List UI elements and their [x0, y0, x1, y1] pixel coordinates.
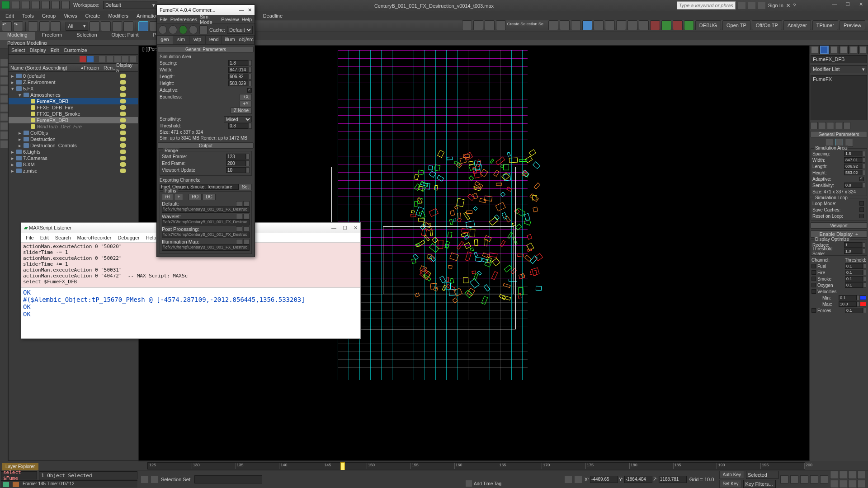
listener-close-icon[interactable]: ✕ — [354, 225, 358, 231]
start-frame-input[interactable]: 123 — [226, 154, 246, 160]
nav-zoom-all-icon[interactable] — [839, 471, 847, 479]
display-tab[interactable] — [849, 45, 859, 54]
modifier-list-dropdown[interactable]: Modifier List▾ — [811, 65, 867, 73]
listener-minimize-icon[interactable]: — — [331, 225, 336, 231]
render-button[interactable] — [650, 20, 660, 30]
menu-views[interactable]: Views — [61, 13, 80, 19]
threshold-input[interactable]: 0.8 — [228, 123, 248, 129]
set-button[interactable]: Set — [239, 184, 252, 190]
preview-button[interactable]: Preview — [840, 20, 865, 30]
path-post-clear-icon[interactable] — [243, 226, 250, 232]
add-time-tag[interactable]: Add Time Tag — [474, 481, 501, 486]
mirror-button[interactable] — [548, 20, 558, 30]
tab-rend[interactable]: rend — [206, 36, 222, 44]
tab-modeling[interactable]: Modeling — [0, 32, 35, 40]
sel-lock-icon[interactable] — [151, 476, 158, 483]
filter-shape-icon[interactable] — [0, 77, 8, 84]
minimize-icon[interactable]: — — [832, 1, 838, 8]
tree-row[interactable]: ▸ColObjs — [9, 130, 138, 136]
threshold-spinner[interactable] — [248, 123, 252, 129]
autokey-button[interactable]: Auto Key — [719, 471, 744, 479]
filter-geom-icon[interactable] — [0, 68, 8, 75]
menu-modifiers[interactable]: Modifiers — [105, 13, 131, 19]
cp-thscale-spinner[interactable] — [862, 249, 865, 254]
setkey-button[interactable]: Set Key — [719, 480, 741, 488]
path-default-field[interactable]: \\cfx7\C\temp\CenturyB_001_001_FX_Destru… — [162, 206, 250, 213]
se-tb-icon-3[interactable] — [114, 56, 121, 62]
tree-row[interactable]: ▸Z.Environment — [9, 79, 138, 85]
tree-row[interactable]: ▸8.XM — [9, 161, 138, 168]
analyzer-button[interactable]: Analyzer — [783, 20, 811, 30]
off-on-tp-button[interactable]: Off/On TP — [752, 20, 782, 30]
listener-menu-macro[interactable]: MacroRecorder — [75, 235, 113, 240]
tree-row[interactable]: ▸Destruction_Controls — [9, 142, 138, 149]
cp-smoke-input[interactable]: 0.1 — [845, 276, 863, 282]
fumefx-menu-preview[interactable]: Preview — [221, 17, 239, 22]
cp-viewport-rollout[interactable]: Viewport — [811, 222, 867, 229]
filter-bone-icon[interactable] — [0, 122, 8, 130]
se-tb-icon-2[interactable] — [107, 56, 113, 62]
filter-frozen-icon[interactable] — [0, 141, 8, 148]
fumefx-menu-mode[interactable]: Sim. Mode — [200, 14, 218, 25]
col-ren[interactable]: Ren... — [104, 65, 116, 70]
fumefx-minimize-icon[interactable]: — — [239, 7, 244, 13]
cache-dropdown[interactable]: Default — [227, 26, 253, 34]
cp-reduce-input[interactable]: 1 — [844, 242, 862, 248]
cp-oxygen-checkbox[interactable] — [811, 283, 816, 287]
select-move-button[interactable] — [138, 21, 148, 31]
selection-filter-dropdown[interactable]: All▾ — [66, 22, 88, 31]
tab-object-paint[interactable]: Object Paint — [104, 32, 146, 40]
tree-row[interactable]: ▸7.Cameras — [9, 155, 138, 161]
tab-selection[interactable]: Selection — [69, 32, 104, 40]
col-name[interactable]: Name (Sorted Ascending) — [10, 65, 81, 70]
workspace-dropdown[interactable]: Default▾ — [103, 1, 157, 9]
tree-row[interactable]: FFXE_DFB_Fire — [9, 104, 138, 111]
motion-tab[interactable] — [839, 45, 849, 54]
cp-length-spinner[interactable] — [862, 164, 865, 169]
toggle-ribbon-button[interactable] — [582, 20, 592, 30]
cp-save-caches-checkbox[interactable] — [859, 207, 864, 212]
tab-objsrc[interactable]: obj/src — [238, 36, 255, 44]
abs-rel-icon[interactable] — [575, 476, 582, 483]
signin-button[interactable]: Sign In — [768, 3, 783, 8]
height-input[interactable]: 583.029 — [228, 80, 248, 86]
x-coord-input[interactable]: -4469.65 — [590, 476, 618, 483]
cp-reduce-spinner[interactable] — [862, 242, 865, 248]
redo-icon[interactable] — [52, 1, 60, 9]
path-illum-browse-icon[interactable] — [236, 239, 242, 244]
sensitivity-dropdown[interactable]: Mixed — [224, 116, 252, 122]
search-input[interactable] — [677, 1, 736, 9]
filter-all-icon[interactable] — [0, 59, 8, 66]
tptuner-button[interactable]: TPtuner — [812, 20, 838, 30]
cp-fuel-checkbox[interactable] — [811, 264, 816, 268]
fumefx-dialog[interactable]: FumeFX 4.0.4 Commer... —✕ File Preferenc… — [156, 5, 255, 257]
snap-button[interactable] — [462, 20, 472, 30]
open-icon[interactable] — [22, 1, 30, 9]
vpu-input[interactable]: 10 — [226, 167, 246, 173]
link-icon[interactable] — [61, 1, 70, 9]
cp-height-input[interactable]: 583.02 — [844, 170, 862, 175]
goto-start-icon[interactable] — [780, 475, 788, 483]
spacing-input[interactable]: 1.8 — [228, 60, 248, 66]
spinner-snap-button[interactable] — [496, 20, 506, 30]
fumefx-sim-stop-icon[interactable] — [189, 25, 197, 34]
pin-stack-icon[interactable] — [811, 122, 818, 129]
key-filter-dropdown[interactable]: Selected — [746, 471, 778, 479]
path-post-browse-icon[interactable] — [236, 226, 242, 232]
boundless-y-button[interactable]: +Y — [240, 101, 252, 107]
fumefx-close-icon[interactable]: ✕ — [248, 7, 252, 13]
nav-orbit-icon[interactable] — [839, 480, 847, 488]
fumefx-menu-file[interactable]: File — [160, 17, 168, 22]
open-tp-button[interactable]: Open TP — [722, 20, 750, 30]
render-setup-button[interactable] — [627, 20, 637, 30]
tree-row[interactable]: ▸Destruction — [9, 136, 138, 142]
named-sel-dropdown[interactable]: Create Selection Se — [507, 21, 547, 30]
tree-row[interactable]: ▾5.FX — [9, 85, 138, 92]
boundless-x-button[interactable]: +X — [240, 94, 252, 100]
listener-toggle-icon[interactable] — [13, 482, 19, 487]
tab-freeform[interactable]: Freeform — [35, 32, 70, 40]
path-dc-button[interactable]: DC — [203, 194, 215, 200]
menu-create[interactable]: Create — [82, 13, 103, 19]
cp-width-spinner[interactable] — [862, 157, 865, 163]
percent-snap-button[interactable] — [485, 20, 495, 30]
